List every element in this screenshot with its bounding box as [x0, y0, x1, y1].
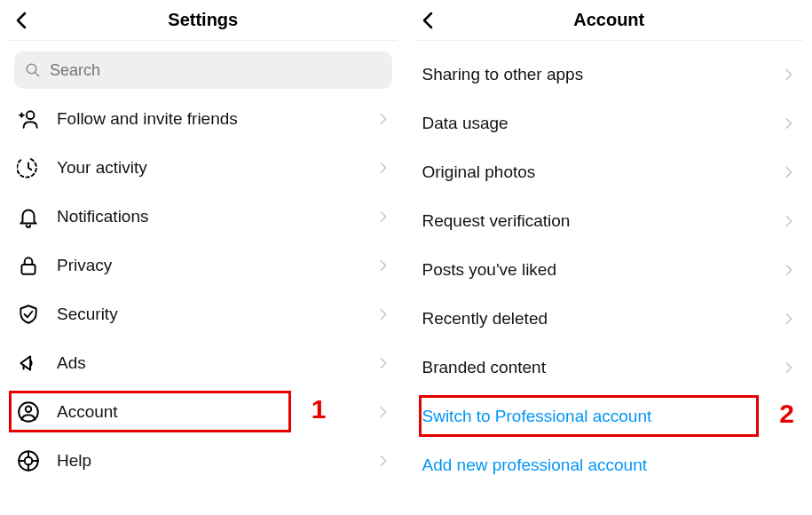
list-item[interactable]: Your activity: [9, 143, 398, 192]
shield-icon: [16, 302, 41, 327]
list-item-label: Ads: [57, 353, 360, 373]
chevron-right-icon: [376, 258, 390, 273]
list-item-label: Your activity: [57, 158, 360, 178]
list-item[interactable]: Security: [9, 289, 398, 338]
list-item[interactable]: Ads: [9, 338, 398, 387]
account-list: Sharing to other appsData usageOriginal …: [415, 50, 804, 489]
chevron-right-icon: [782, 312, 796, 326]
list-item-label: Add new professional account: [422, 456, 797, 475]
list-item[interactable]: Add new professional account: [415, 440, 804, 489]
chevron-left-icon: [15, 12, 28, 29]
chevron-left-icon: [422, 12, 434, 29]
highlight-box: [419, 395, 760, 437]
list-item[interactable]: Data usage: [415, 99, 804, 147]
chevron-right-icon: [782, 116, 796, 131]
list-item[interactable]: Posts you've liked: [415, 245, 804, 294]
ads-icon: [16, 351, 41, 376]
svg-point-9: [25, 456, 33, 464]
list-item[interactable]: Original photos: [415, 147, 804, 196]
svg-line-1: [35, 72, 39, 76]
list-item-label: Recently deleted: [422, 309, 767, 329]
highlight-box: [9, 391, 291, 432]
list-item-label: Posts you've liked: [422, 260, 767, 280]
chevron-right-icon: [376, 210, 390, 224]
list-item[interactable]: Request verification: [415, 196, 804, 245]
chevron-right-icon: [782, 67, 796, 82]
list-item-label: Security: [57, 305, 360, 324]
list-item-label: Sharing to other apps: [422, 65, 767, 84]
search-field[interactable]: [14, 52, 392, 89]
list-item-label: Original photos: [422, 162, 767, 182]
page-title: Account: [415, 10, 804, 30]
settings-pane: Settings Follow and invite friendsYour a…: [0, 0, 406, 515]
list-item[interactable]: Branded content: [415, 343, 804, 392]
list-item-label: Request verification: [422, 211, 767, 231]
activity-icon: [16, 155, 41, 180]
chevron-right-icon: [376, 454, 390, 468]
chevron-right-icon: [782, 263, 796, 277]
chevron-right-icon: [782, 165, 796, 179]
chevron-right-icon: [782, 360, 796, 375]
list-item-label: Follow and invite friends: [57, 109, 360, 129]
list-item[interactable]: Switch to Professional account2: [415, 392, 804, 440]
chevron-right-icon: [376, 405, 390, 419]
list-item[interactable]: Account1: [9, 387, 398, 436]
svg-rect-5: [21, 264, 35, 273]
search-input[interactable]: [50, 61, 382, 80]
chevron-right-icon: [376, 161, 390, 175]
highlight-badge: 1: [311, 394, 327, 424]
chevron-right-icon: [376, 112, 390, 126]
list-item[interactable]: Follow and invite friends: [9, 94, 398, 143]
page-title: Settings: [9, 10, 398, 30]
svg-point-2: [27, 111, 35, 119]
highlight-badge: 2: [779, 399, 794, 429]
list-item[interactable]: Sharing to other apps: [415, 50, 804, 99]
list-item-label: Branded content: [422, 358, 767, 377]
help-icon: [16, 448, 41, 473]
chevron-right-icon: [376, 356, 390, 370]
list-item[interactable]: Recently deleted: [415, 294, 804, 343]
lock-icon: [16, 253, 41, 278]
back-button[interactable]: [415, 8, 440, 33]
invite-icon: [16, 107, 41, 131]
list-item[interactable]: Help: [9, 436, 398, 485]
chevron-right-icon: [376, 307, 390, 321]
list-item-label: Help: [57, 451, 360, 471]
list-item-label: Notifications: [57, 207, 360, 226]
list-item-label: Data usage: [422, 114, 767, 133]
list-item-label: Privacy: [57, 256, 360, 275]
list-item[interactable]: Privacy: [9, 241, 398, 289]
settings-header: Settings: [9, 0, 398, 41]
back-button[interactable]: [9, 8, 34, 33]
list-item[interactable]: Notifications: [9, 192, 398, 241]
chevron-right-icon: [782, 214, 796, 228]
bell-icon: [16, 204, 41, 229]
settings-list: Follow and invite friendsYour activityNo…: [9, 94, 398, 485]
account-header: Account: [415, 0, 804, 41]
search-icon: [25, 62, 41, 78]
account-pane: Account Sharing to other appsData usageO…: [406, 0, 813, 515]
